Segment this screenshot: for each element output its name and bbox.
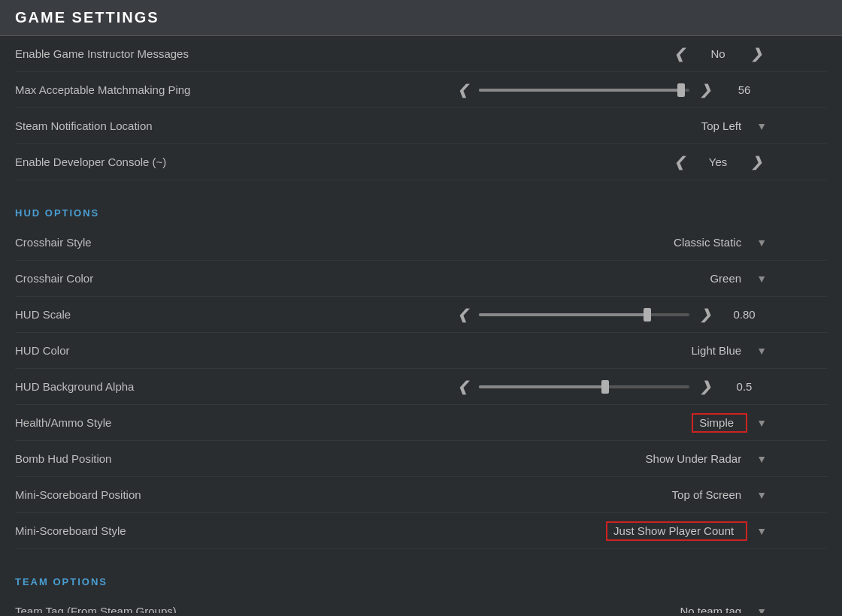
value-notification: Top Left xyxy=(701,119,747,132)
setting-label-devconsole: Enable Developer Console (~) xyxy=(15,146,166,177)
value-crosshair-color: Green xyxy=(710,272,747,285)
setting-label-hud-color: HUD Color xyxy=(15,335,70,366)
setting-control-hud-color[interactable]: Light Blue ▼ xyxy=(391,344,767,357)
arrow-left-hud-scale[interactable]: ❮ xyxy=(453,306,473,323)
chevron-hud-color: ▼ xyxy=(756,345,767,357)
arrow-right-hud-bg-alpha[interactable]: ❯ xyxy=(695,379,716,395)
setting-row-mini-scoreboard-pos: Mini-Scoreboard Position Top of Screen ▼ xyxy=(15,477,827,513)
setting-label-hud-bg-alpha: HUD Background Alpha xyxy=(15,371,134,402)
value-instructor: No xyxy=(695,47,741,60)
value-devconsole: Yes xyxy=(695,156,741,168)
slider-thumb-hud-bg-alpha xyxy=(601,380,609,394)
slider-track-ping[interactable] xyxy=(479,89,689,92)
chevron-bomb-hud: ▼ xyxy=(756,453,767,465)
slider-fill-hud-bg-alpha xyxy=(479,385,605,388)
slider-fill-ping xyxy=(479,89,681,92)
section-header-team: TEAM OPTIONS xyxy=(15,558,827,593)
setting-control-health-ammo[interactable]: Simple ▼ xyxy=(391,413,767,433)
setting-control-ping: ❮ ❯ 56 xyxy=(391,82,767,98)
arrow-left-ping[interactable]: ❮ xyxy=(453,82,473,98)
slider-thumb-ping xyxy=(677,83,685,97)
arrow-right-devconsole[interactable]: ❯ xyxy=(747,154,767,171)
setting-control-notification[interactable]: Top Left ▼ xyxy=(391,119,767,132)
chevron-mini-scoreboard-pos: ▼ xyxy=(756,489,767,501)
value-health-ammo: Simple xyxy=(699,416,740,429)
setting-row-hud-scale: HUD Scale ❮ ❯ 0.80 xyxy=(15,297,827,333)
setting-control-mini-scoreboard-style[interactable]: Just Show Player Count ▼ xyxy=(391,521,767,541)
setting-label-crosshair-color: Crosshair Color xyxy=(15,263,93,294)
setting-row-notification: Steam Notification Location Top Left ▼ xyxy=(15,108,827,144)
setting-row-hud-color: HUD Color Light Blue ▼ xyxy=(15,333,827,369)
setting-label-mini-scoreboard-style: Mini-Scoreboard Style xyxy=(15,515,126,546)
slider-fill-hud-scale xyxy=(479,313,647,316)
chevron-health-ammo: ▼ xyxy=(756,417,767,429)
setting-control-instructor: ❮ No ❯ xyxy=(391,46,767,62)
setting-control-team-tag[interactable]: No team tag ▼ xyxy=(391,605,767,613)
setting-row-team-tag: Team Tag (From Steam Groups) No team tag… xyxy=(15,593,827,613)
setting-label-team-tag: Team Tag (From Steam Groups) xyxy=(15,596,177,613)
setting-control-crosshair-color[interactable]: Green ▼ xyxy=(391,272,767,285)
setting-control-hud-bg-alpha: ❮ ❯ 0.5 xyxy=(391,379,767,395)
setting-control-mini-scoreboard-pos[interactable]: Top of Screen ▼ xyxy=(391,488,767,501)
chevron-crosshair-style: ▼ xyxy=(756,237,767,249)
setting-label-health-ammo: Health/Ammo Style xyxy=(15,407,111,438)
setting-control-bomb-hud[interactable]: Show Under Radar ▼ xyxy=(391,452,767,465)
setting-label-notification: Steam Notification Location xyxy=(15,110,153,141)
arrow-right-instructor[interactable]: ❯ xyxy=(747,46,767,62)
setting-row-health-ammo: Health/Ammo Style Simple ▼ xyxy=(15,405,827,441)
setting-label-bomb-hud: Bomb Hud Position xyxy=(15,443,111,474)
arrow-left-instructor[interactable]: ❮ xyxy=(669,46,689,62)
setting-row-ping: Max Acceptable Matchmaking Ping ❮ ❯ 56 xyxy=(15,72,827,108)
value-health-ammo-box: Simple xyxy=(692,413,747,433)
chevron-team-tag: ▼ xyxy=(756,605,767,614)
setting-row-hud-bg-alpha: HUD Background Alpha ❮ ❯ 0.5 xyxy=(15,369,827,405)
value-hud-bg-alpha: 0.5 xyxy=(722,380,767,393)
setting-row-instructor: Enable Game Instructor Messages ❮ No ❯ xyxy=(15,36,827,72)
settings-container: Enable Game Instructor Messages ❮ No ❯ M… xyxy=(0,36,842,613)
setting-label-ping: Max Acceptable Matchmaking Ping xyxy=(15,74,190,105)
value-ping: 56 xyxy=(722,83,767,96)
arrow-right-ping[interactable]: ❯ xyxy=(695,82,716,98)
value-mini-scoreboard-style: Just Show Player Count xyxy=(613,524,740,537)
section-header-hud: HUD OPTIONS xyxy=(15,189,827,225)
setting-row-mini-scoreboard-style: Mini-Scoreboard Style Just Show Player C… xyxy=(15,513,827,549)
chevron-mini-scoreboard-style: ▼ xyxy=(756,525,767,537)
setting-control-devconsole: ❮ Yes ❯ xyxy=(391,154,767,171)
value-team-tag: No team tag xyxy=(680,605,747,613)
setting-row-bomb-hud: Bomb Hud Position Show Under Radar ▼ xyxy=(15,441,827,477)
slider-thumb-hud-scale xyxy=(644,308,651,322)
setting-row-crosshair-style: Crosshair Style Classic Static ▼ xyxy=(15,225,827,261)
setting-row-devconsole: Enable Developer Console (~) ❮ Yes ❯ xyxy=(15,144,827,180)
setting-control-crosshair-style[interactable]: Classic Static ▼ xyxy=(391,236,767,249)
setting-label-hud-scale: HUD Scale xyxy=(15,299,71,330)
page-title: GAME SETTINGS xyxy=(0,0,842,36)
value-mini-scoreboard-style-box: Just Show Player Count xyxy=(606,521,747,541)
setting-label-instructor: Enable Game Instructor Messages xyxy=(15,38,189,69)
value-hud-scale: 0.80 xyxy=(722,308,767,321)
arrow-left-devconsole[interactable]: ❮ xyxy=(669,154,689,171)
value-hud-color: Light Blue xyxy=(691,344,747,357)
setting-label-mini-scoreboard-pos: Mini-Scoreboard Position xyxy=(15,479,141,510)
value-bomb-hud: Show Under Radar xyxy=(646,452,748,465)
setting-control-hud-scale: ❮ ❯ 0.80 xyxy=(391,306,767,323)
arrow-right-hud-scale[interactable]: ❯ xyxy=(695,306,716,323)
value-mini-scoreboard-pos: Top of Screen xyxy=(672,488,748,501)
setting-label-crosshair-style: Crosshair Style xyxy=(15,227,92,258)
slider-track-hud-scale[interactable] xyxy=(479,313,689,316)
chevron-crosshair-color: ▼ xyxy=(756,273,767,285)
value-crosshair-style: Classic Static xyxy=(674,236,747,249)
arrow-left-hud-bg-alpha[interactable]: ❮ xyxy=(453,379,473,395)
slider-track-hud-bg-alpha[interactable] xyxy=(479,385,689,388)
setting-row-crosshair-color: Crosshair Color Green ▼ xyxy=(15,261,827,297)
chevron-notification: ▼ xyxy=(756,120,767,132)
